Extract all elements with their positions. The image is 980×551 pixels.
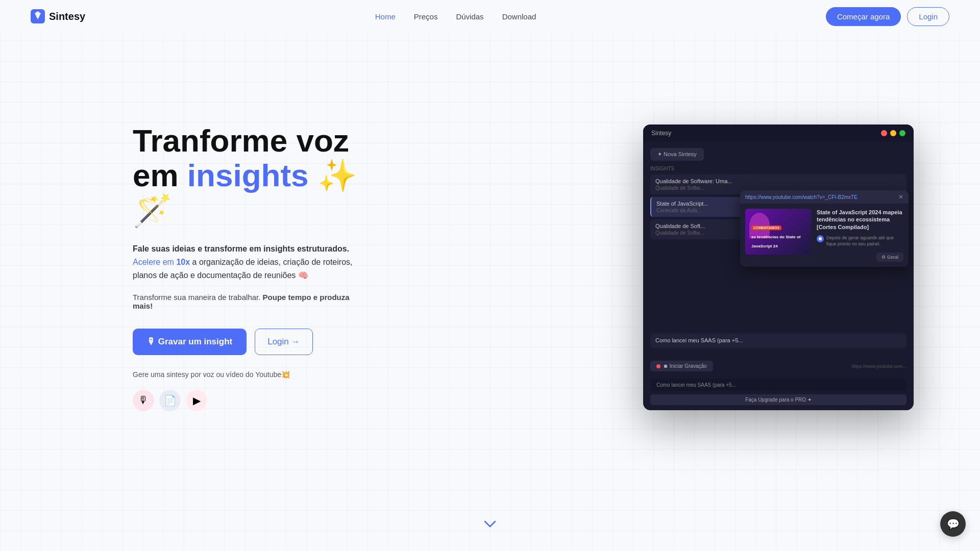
nav-download[interactable]: Download: [502, 12, 536, 21]
hero-content: Tranforme voz em insights ✨🪄 Fale suas i…: [133, 123, 368, 411]
hero-login-button[interactable]: Login →: [255, 329, 312, 355]
logo-icon: [31, 9, 45, 23]
navbar-actions: Começar agora Login: [826, 7, 949, 26]
hero-section: Tranforme voz em insights ✨🪄 Fale suas i…: [0, 33, 980, 492]
navbar: Sintesy Home Preços Dúvidas Download Com…: [0, 0, 980, 33]
popup-close-button[interactable]: ✕: [898, 193, 903, 201]
video-thumbnail: COMENTAMOS as tendências do State of Jav…: [745, 209, 812, 255]
app-input-area: Como lancei meu SAAS (para +5... Faça Up…: [643, 375, 914, 410]
svg-point-1: [819, 237, 822, 240]
hero-media-icons: 🎙 📄 ▶: [133, 390, 368, 411]
app-window-title: Sintesy: [651, 130, 671, 137]
status-dot: [817, 235, 824, 242]
document-icon[interactable]: 📄: [159, 390, 181, 411]
new-sintesy-button[interactable]: ✦ Nova Sintesy: [650, 148, 704, 161]
record-button[interactable]: 🎙 Gravar um insight: [133, 329, 247, 355]
thumb-title: as tendências do State of JavaScript 24: [751, 235, 800, 248]
upgrade-button[interactable]: Faça Upgrade para o PRO ✦: [650, 394, 906, 405]
popup-wait-info: Depois de gerar aguarde até que fique pr…: [817, 235, 903, 247]
logo[interactable]: Sintesy: [31, 9, 85, 23]
popup-wait-text: Depois de gerar aguarde até que fique pr…: [826, 235, 903, 247]
youtube-icon[interactable]: ▶: [186, 390, 207, 411]
popup-video-title: State of JavaScript 2024 mapeia tendênci…: [817, 209, 903, 231]
youtube-popup: https://www.youtube.com/watch?v=_CFI-B2m…: [740, 190, 909, 267]
app-body: ✦ Nova Sintesy Insights Qualidade de Sof…: [643, 142, 914, 357]
popup-content: COMENTAMOS as tendências do State of Jav…: [740, 204, 909, 267]
app-preview: Sintesy ✦ Nova Sintesy Insights Qualidad…: [638, 124, 919, 410]
chat-widget[interactable]: 💬: [940, 511, 966, 537]
window-minimize[interactable]: [890, 130, 896, 136]
hero-buttons: 🎙 Gravar um insight Login →: [133, 329, 368, 355]
window-close[interactable]: [881, 130, 887, 136]
app-titlebar: Sintesy: [643, 124, 914, 142]
window-controls: [881, 130, 905, 136]
scroll-chevron[interactable]: [484, 517, 496, 531]
nav-home[interactable]: Home: [375, 12, 396, 21]
insights-label: Insights: [650, 166, 906, 171]
popup-url-text: https://www.youtube.com/watch?v=_CFI-B2m…: [745, 194, 857, 200]
thumb-badge: COMENTAMOS: [751, 226, 781, 230]
navbar-links: Home Preços Dúvidas Download: [375, 12, 536, 21]
popup-info: State of JavaScript 2024 mapeia tendênci…: [817, 209, 903, 262]
login-button[interactable]: Login: [907, 7, 949, 26]
app-input: Como lancei meu SAAS (para +5...: [650, 379, 906, 391]
geral-button[interactable]: ⚙ Geral: [876, 253, 903, 262]
popup-url-bar: https://www.youtube.com/watch?v=_CFI-B2m…: [740, 190, 909, 204]
nav-precos[interactable]: Preços: [414, 12, 438, 21]
window-maximize[interactable]: [899, 130, 905, 136]
hero-cta-caption: Gere uma sintesy por voz ou vídeo do You…: [133, 370, 368, 379]
record-button-app[interactable]: ⏺ Iniciar Gravação: [650, 361, 713, 371]
app-window: Sintesy ✦ Nova Sintesy Insights Qualidad…: [643, 124, 914, 410]
list-item[interactable]: Como lancei meu SAAS (para +5...: [650, 334, 906, 348]
record-dot: [656, 364, 660, 368]
app-bottom-bar: ⏺ Iniciar Gravação https://www.youtube.c…: [643, 357, 914, 375]
url-display: https://www.youtube.com...: [851, 364, 906, 369]
hero-subtitle: Fale suas ideias e transforme em insight…: [133, 242, 368, 283]
microphone-icon[interactable]: 🎙: [133, 390, 154, 411]
hero-title: Tranforme voz em insights ✨🪄: [133, 123, 368, 228]
start-button[interactable]: Começar agora: [826, 7, 901, 26]
input-text: Como lancei meu SAAS (para +5...: [656, 382, 900, 388]
hero-tagline: Transforme sua maneira de trabalhar. Pou…: [133, 293, 368, 310]
nav-duvidas[interactable]: Dúvidas: [456, 12, 483, 21]
logo-text: Sintesy: [49, 11, 85, 22]
chat-icon: 💬: [947, 518, 960, 530]
